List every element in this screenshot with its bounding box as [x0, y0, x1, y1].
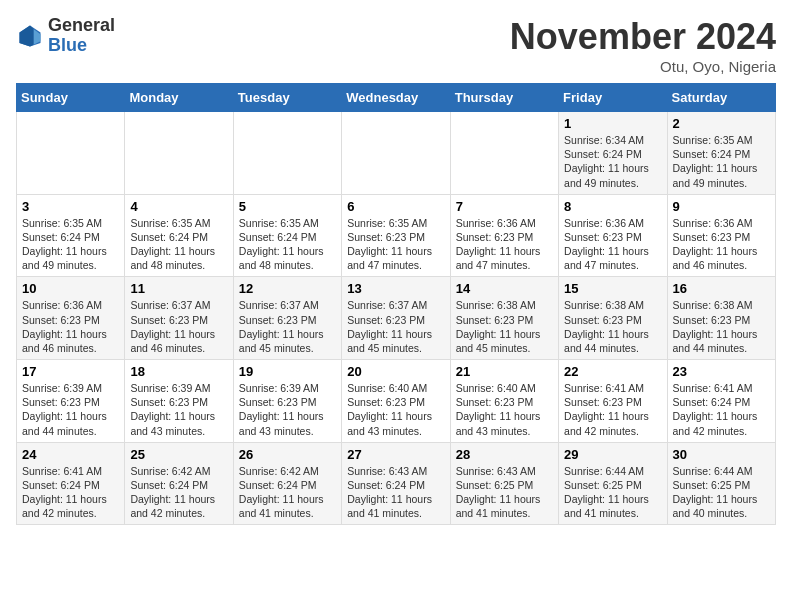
month-title: November 2024 [510, 16, 776, 58]
day-number: 26 [239, 447, 336, 462]
day-number: 20 [347, 364, 444, 379]
day-info: Sunrise: 6:35 AM Sunset: 6:24 PM Dayligh… [130, 216, 227, 273]
weekday-header-row: Sunday Monday Tuesday Wednesday Thursday… [17, 84, 776, 112]
day-number: 22 [564, 364, 661, 379]
calendar-cell: 7Sunrise: 6:36 AM Sunset: 6:23 PM Daylig… [450, 194, 558, 277]
day-number: 5 [239, 199, 336, 214]
calendar-week-2: 3Sunrise: 6:35 AM Sunset: 6:24 PM Daylig… [17, 194, 776, 277]
day-number: 30 [673, 447, 770, 462]
calendar-cell: 21Sunrise: 6:40 AM Sunset: 6:23 PM Dayli… [450, 360, 558, 443]
day-number: 12 [239, 281, 336, 296]
day-info: Sunrise: 6:39 AM Sunset: 6:23 PM Dayligh… [22, 381, 119, 438]
day-info: Sunrise: 6:39 AM Sunset: 6:23 PM Dayligh… [239, 381, 336, 438]
calendar-cell [17, 112, 125, 195]
day-info: Sunrise: 6:35 AM Sunset: 6:24 PM Dayligh… [673, 133, 770, 190]
svg-marker-2 [20, 25, 34, 46]
calendar-cell: 8Sunrise: 6:36 AM Sunset: 6:23 PM Daylig… [559, 194, 667, 277]
calendar-header: Sunday Monday Tuesday Wednesday Thursday… [17, 84, 776, 112]
calendar-cell: 14Sunrise: 6:38 AM Sunset: 6:23 PM Dayli… [450, 277, 558, 360]
calendar-cell [450, 112, 558, 195]
calendar-cell: 30Sunrise: 6:44 AM Sunset: 6:25 PM Dayli… [667, 442, 775, 525]
day-number: 29 [564, 447, 661, 462]
calendar-cell: 6Sunrise: 6:35 AM Sunset: 6:23 PM Daylig… [342, 194, 450, 277]
calendar-cell: 19Sunrise: 6:39 AM Sunset: 6:23 PM Dayli… [233, 360, 341, 443]
day-number: 25 [130, 447, 227, 462]
day-info: Sunrise: 6:36 AM Sunset: 6:23 PM Dayligh… [564, 216, 661, 273]
day-number: 2 [673, 116, 770, 131]
calendar-cell [342, 112, 450, 195]
day-info: Sunrise: 6:44 AM Sunset: 6:25 PM Dayligh… [564, 464, 661, 521]
day-info: Sunrise: 6:36 AM Sunset: 6:23 PM Dayligh… [22, 298, 119, 355]
calendar-cell: 9Sunrise: 6:36 AM Sunset: 6:23 PM Daylig… [667, 194, 775, 277]
calendar-week-4: 17Sunrise: 6:39 AM Sunset: 6:23 PM Dayli… [17, 360, 776, 443]
day-number: 10 [22, 281, 119, 296]
calendar-cell: 22Sunrise: 6:41 AM Sunset: 6:23 PM Dayli… [559, 360, 667, 443]
calendar-cell: 10Sunrise: 6:36 AM Sunset: 6:23 PM Dayli… [17, 277, 125, 360]
calendar-cell: 20Sunrise: 6:40 AM Sunset: 6:23 PM Dayli… [342, 360, 450, 443]
title-block: November 2024 Otu, Oyo, Nigeria [510, 16, 776, 75]
calendar-cell: 2Sunrise: 6:35 AM Sunset: 6:24 PM Daylig… [667, 112, 775, 195]
day-info: Sunrise: 6:38 AM Sunset: 6:23 PM Dayligh… [456, 298, 553, 355]
calendar-cell: 16Sunrise: 6:38 AM Sunset: 6:23 PM Dayli… [667, 277, 775, 360]
day-number: 13 [347, 281, 444, 296]
day-info: Sunrise: 6:42 AM Sunset: 6:24 PM Dayligh… [239, 464, 336, 521]
header-sunday: Sunday [17, 84, 125, 112]
day-info: Sunrise: 6:40 AM Sunset: 6:23 PM Dayligh… [456, 381, 553, 438]
day-number: 27 [347, 447, 444, 462]
day-info: Sunrise: 6:36 AM Sunset: 6:23 PM Dayligh… [673, 216, 770, 273]
header-tuesday: Tuesday [233, 84, 341, 112]
calendar-cell: 29Sunrise: 6:44 AM Sunset: 6:25 PM Dayli… [559, 442, 667, 525]
day-number: 16 [673, 281, 770, 296]
day-info: Sunrise: 6:35 AM Sunset: 6:23 PM Dayligh… [347, 216, 444, 273]
day-info: Sunrise: 6:36 AM Sunset: 6:23 PM Dayligh… [456, 216, 553, 273]
calendar-week-3: 10Sunrise: 6:36 AM Sunset: 6:23 PM Dayli… [17, 277, 776, 360]
logo-icon [16, 22, 44, 50]
day-info: Sunrise: 6:34 AM Sunset: 6:24 PM Dayligh… [564, 133, 661, 190]
header-monday: Monday [125, 84, 233, 112]
calendar-cell: 4Sunrise: 6:35 AM Sunset: 6:24 PM Daylig… [125, 194, 233, 277]
day-info: Sunrise: 6:40 AM Sunset: 6:23 PM Dayligh… [347, 381, 444, 438]
day-info: Sunrise: 6:35 AM Sunset: 6:24 PM Dayligh… [239, 216, 336, 273]
calendar-cell: 24Sunrise: 6:41 AM Sunset: 6:24 PM Dayli… [17, 442, 125, 525]
header-thursday: Thursday [450, 84, 558, 112]
day-info: Sunrise: 6:37 AM Sunset: 6:23 PM Dayligh… [239, 298, 336, 355]
calendar-cell: 12Sunrise: 6:37 AM Sunset: 6:23 PM Dayli… [233, 277, 341, 360]
calendar-week-1: 1Sunrise: 6:34 AM Sunset: 6:24 PM Daylig… [17, 112, 776, 195]
day-number: 21 [456, 364, 553, 379]
day-info: Sunrise: 6:41 AM Sunset: 6:24 PM Dayligh… [673, 381, 770, 438]
calendar-cell [125, 112, 233, 195]
calendar-cell [233, 112, 341, 195]
day-info: Sunrise: 6:41 AM Sunset: 6:23 PM Dayligh… [564, 381, 661, 438]
day-number: 1 [564, 116, 661, 131]
day-number: 18 [130, 364, 227, 379]
calendar-week-5: 24Sunrise: 6:41 AM Sunset: 6:24 PM Dayli… [17, 442, 776, 525]
logo-text: General Blue [48, 16, 115, 56]
calendar-body: 1Sunrise: 6:34 AM Sunset: 6:24 PM Daylig… [17, 112, 776, 525]
calendar-table: Sunday Monday Tuesday Wednesday Thursday… [16, 83, 776, 525]
day-number: 15 [564, 281, 661, 296]
day-number: 11 [130, 281, 227, 296]
day-info: Sunrise: 6:38 AM Sunset: 6:23 PM Dayligh… [564, 298, 661, 355]
day-info: Sunrise: 6:43 AM Sunset: 6:24 PM Dayligh… [347, 464, 444, 521]
page-header: General Blue November 2024 Otu, Oyo, Nig… [16, 16, 776, 75]
day-number: 3 [22, 199, 119, 214]
day-info: Sunrise: 6:37 AM Sunset: 6:23 PM Dayligh… [347, 298, 444, 355]
calendar-cell: 26Sunrise: 6:42 AM Sunset: 6:24 PM Dayli… [233, 442, 341, 525]
day-number: 17 [22, 364, 119, 379]
calendar-cell: 27Sunrise: 6:43 AM Sunset: 6:24 PM Dayli… [342, 442, 450, 525]
day-number: 8 [564, 199, 661, 214]
calendar-cell: 28Sunrise: 6:43 AM Sunset: 6:25 PM Dayli… [450, 442, 558, 525]
calendar-cell: 17Sunrise: 6:39 AM Sunset: 6:23 PM Dayli… [17, 360, 125, 443]
day-info: Sunrise: 6:39 AM Sunset: 6:23 PM Dayligh… [130, 381, 227, 438]
calendar-cell: 3Sunrise: 6:35 AM Sunset: 6:24 PM Daylig… [17, 194, 125, 277]
calendar-cell: 5Sunrise: 6:35 AM Sunset: 6:24 PM Daylig… [233, 194, 341, 277]
day-info: Sunrise: 6:41 AM Sunset: 6:24 PM Dayligh… [22, 464, 119, 521]
day-number: 19 [239, 364, 336, 379]
day-info: Sunrise: 6:43 AM Sunset: 6:25 PM Dayligh… [456, 464, 553, 521]
day-info: Sunrise: 6:42 AM Sunset: 6:24 PM Dayligh… [130, 464, 227, 521]
calendar-cell: 15Sunrise: 6:38 AM Sunset: 6:23 PM Dayli… [559, 277, 667, 360]
calendar-cell: 11Sunrise: 6:37 AM Sunset: 6:23 PM Dayli… [125, 277, 233, 360]
day-number: 4 [130, 199, 227, 214]
day-number: 28 [456, 447, 553, 462]
calendar-cell: 1Sunrise: 6:34 AM Sunset: 6:24 PM Daylig… [559, 112, 667, 195]
